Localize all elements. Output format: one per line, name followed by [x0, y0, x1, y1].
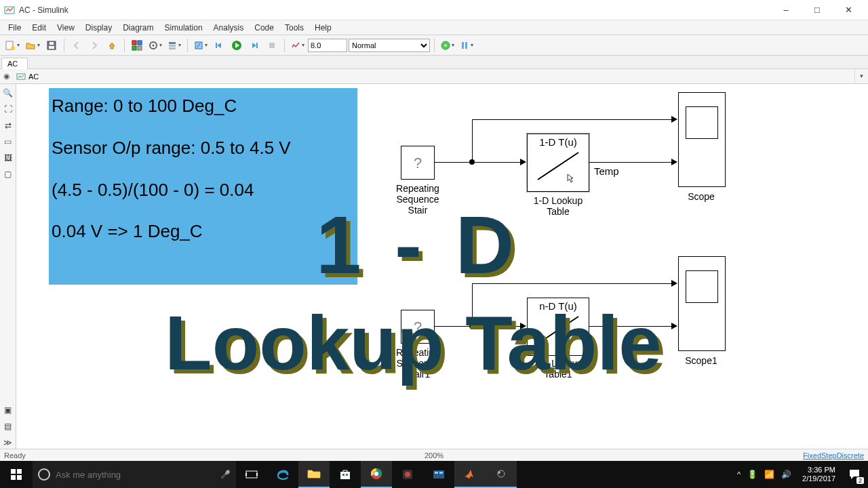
svg-point-2 — [11, 46, 15, 50]
system-tray[interactable]: ^ 🔋 📶 🔊 — [732, 470, 797, 479]
record-button[interactable] — [289, 37, 307, 54]
step-back-button[interactable] — [211, 37, 227, 54]
model-config-button[interactable] — [146, 37, 164, 54]
status-bar: Ready 200% FixedStepDiscrete — [0, 449, 868, 461]
stop-time-input[interactable] — [308, 39, 347, 52]
up-button[interactable] — [104, 37, 120, 54]
taskbar-matlab-icon[interactable] — [454, 461, 486, 488]
label-nd-lookup-table: 1-D Lookup Table1 — [517, 358, 599, 380]
menu-bar: File Edit View Display Diagram Simulatio… — [0, 20, 868, 35]
model-canvas[interactable]: Range: 0 to 100 Deg_C Sensor O/p range: … — [16, 84, 868, 449]
back-button[interactable] — [68, 37, 85, 54]
svg-rect-43 — [433, 470, 444, 479]
svg-rect-22 — [465, 42, 467, 49]
mic-icon[interactable]: 🎤 — [220, 470, 231, 479]
svg-rect-35 — [340, 472, 350, 479]
taskbar-obs-icon[interactable] — [486, 461, 517, 488]
block-scope1[interactable] — [678, 256, 726, 351]
sample-time-icon[interactable]: ▣ — [2, 404, 14, 416]
menu-code[interactable]: Code — [249, 22, 279, 34]
fit-to-view-icon[interactable]: ⛶ — [2, 103, 14, 115]
tray-battery-icon[interactable]: 🔋 — [747, 470, 757, 479]
cortana-search[interactable]: 🎤 — [33, 461, 236, 488]
block-repeating-sequence-stair[interactable]: ? — [401, 146, 435, 180]
title-bar: AC - Simulink – □ ✕ — [0, 0, 868, 20]
close-button[interactable]: ✕ — [833, 0, 864, 20]
update-diagram-button[interactable] — [192, 37, 210, 54]
block-1d-lookup-table[interactable]: 1-D T(u) — [527, 134, 589, 192]
svg-point-11 — [153, 44, 155, 46]
breadcrumb[interactable]: AC — [14, 72, 41, 81]
pin-icon[interactable]: ◉ — [0, 72, 14, 81]
block-scope[interactable] — [678, 92, 726, 187]
stop-button[interactable] — [264, 37, 280, 54]
start-button[interactable] — [0, 461, 33, 488]
model-explorer-button[interactable] — [165, 37, 183, 54]
build-button[interactable] — [458, 37, 475, 54]
menu-tools[interactable]: Tools — [279, 22, 309, 34]
status-zoom[interactable]: 200% — [425, 451, 443, 460]
more-icon[interactable]: ≫ — [2, 436, 14, 449]
breadcrumb-dropdown[interactable]: ▼ — [854, 69, 868, 83]
open-button[interactable] — [23, 37, 42, 54]
label-repeating-sequence-stair: Repeating Sequence Stair — [377, 183, 458, 216]
fast-restart-button[interactable] — [439, 37, 456, 54]
task-view-icon[interactable] — [236, 461, 267, 488]
svg-rect-34 — [308, 472, 320, 478]
taskbar-app1-icon[interactable] — [392, 461, 423, 488]
window-title: AC - Simulink — [19, 5, 770, 15]
tray-wifi-icon[interactable]: 📶 — [764, 470, 774, 479]
menu-file[interactable]: File — [3, 22, 26, 34]
block-repeating-sequence-stair1[interactable]: ? — [401, 310, 435, 344]
run-button[interactable] — [229, 37, 245, 54]
svg-point-46 — [496, 468, 507, 479]
taskbar-edge-icon[interactable] — [267, 461, 298, 488]
menu-analysis[interactable]: Analysis — [208, 22, 250, 34]
svg-rect-32 — [245, 473, 247, 476]
tray-chevron-icon[interactable]: ^ — [737, 470, 741, 479]
step-forward-button[interactable] — [246, 37, 262, 54]
diagnostics-icon[interactable]: ▤ — [2, 420, 14, 432]
svg-rect-33 — [256, 473, 258, 476]
zoom-in-icon[interactable]: 🔍 — [2, 87, 14, 99]
menu-edit[interactable]: Edit — [26, 22, 52, 34]
taskbar-app2-icon[interactable] — [423, 461, 454, 488]
menu-display[interactable]: Display — [80, 22, 117, 34]
taskbar-clock[interactable]: 3:36 PM 2/19/2017 — [797, 466, 841, 483]
maximize-button[interactable]: □ — [802, 0, 833, 20]
menu-diagram[interactable]: Diagram — [117, 22, 159, 34]
block-nd-lookup-table[interactable]: n-D T(u) — [527, 298, 589, 356]
image-icon[interactable]: 🖼 — [2, 152, 14, 164]
annotation-line3: (4.5 - 0.5)/(100 - 0) = 0.04 — [52, 179, 355, 202]
minimize-button[interactable]: – — [770, 0, 802, 20]
tab-bar: AC — [0, 56, 868, 69]
taskbar-store-icon[interactable] — [330, 461, 361, 488]
menu-simulation[interactable]: Simulation — [159, 22, 208, 34]
taskbar-file-explorer-icon[interactable] — [298, 461, 330, 488]
annotate-icon[interactable]: ▭ — [2, 136, 14, 148]
menu-view[interactable]: View — [52, 22, 80, 34]
svg-rect-4 — [50, 42, 54, 45]
annotation-block[interactable]: Range: 0 to 100 Deg_C Sensor O/p range: … — [49, 88, 357, 285]
tray-volume-icon[interactable]: 🔊 — [781, 470, 791, 479]
menu-help[interactable]: Help — [309, 22, 337, 34]
save-button[interactable] — [43, 37, 60, 54]
status-solver[interactable]: FixedStepDiscrete — [803, 451, 864, 460]
clock-time: 3:36 PM — [802, 466, 835, 474]
library-browser-button[interactable] — [129, 37, 145, 54]
hide-icon[interactable]: ▢ — [2, 168, 14, 180]
lut2-header: n-D T(u) — [528, 298, 589, 312]
signal-label-temp[interactable]: Temp — [594, 165, 619, 177]
new-model-button[interactable] — [3, 37, 22, 54]
taskbar-chrome-icon[interactable] — [361, 461, 392, 488]
forward-button[interactable] — [86, 37, 102, 54]
windows-taskbar: 🎤 ^ 🔋 📶 🔊 3:36 PM 2/19/2017 2 — [0, 461, 868, 488]
action-center-icon[interactable]: 2 — [841, 461, 868, 488]
cortana-search-input[interactable] — [56, 470, 215, 480]
tab-ac[interactable]: AC — [1, 58, 28, 69]
sim-mode-select[interactable]: Normal — [349, 39, 430, 52]
svg-rect-12 — [169, 42, 176, 44]
auto-arrange-icon[interactable]: ⇄ — [2, 119, 14, 131]
model-icon — [16, 72, 26, 81]
svg-rect-8 — [132, 46, 136, 50]
